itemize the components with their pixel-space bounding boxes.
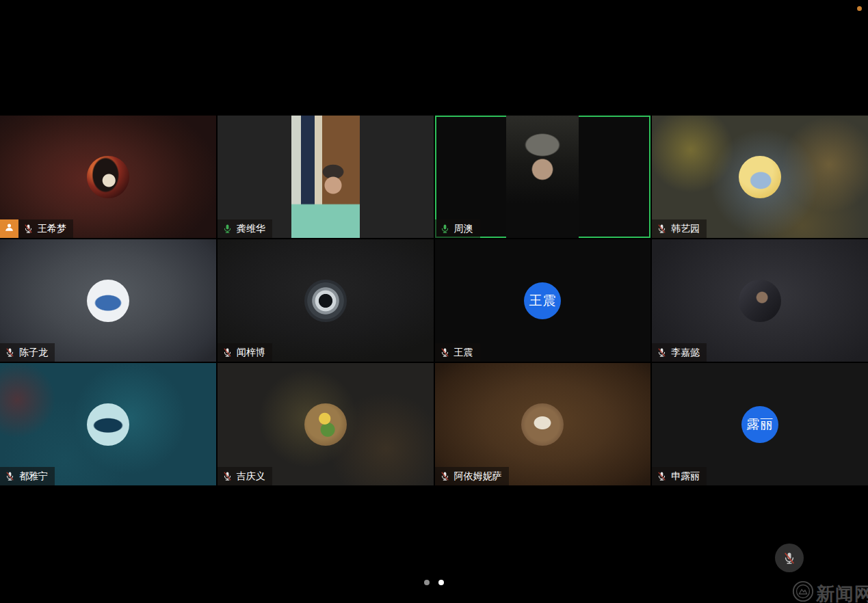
page-dot[interactable] bbox=[424, 580, 430, 585]
mic-muted-icon bbox=[440, 470, 450, 482]
meeting-window: 王希梦龚维华周澳韩艺园陈子龙闻梓博王震王震李嘉懿都雅宁吉庆义阿依姆妮萨露丽申露丽… bbox=[0, 0, 868, 603]
person-icon bbox=[3, 222, 15, 236]
participant-name-label: 王希梦 bbox=[18, 219, 73, 238]
participant-name-label: 陈子龙 bbox=[0, 343, 55, 362]
participant-avatar bbox=[521, 403, 564, 446]
recording-indicator-dot bbox=[857, 6, 862, 11]
mic-muted-icon bbox=[657, 470, 667, 482]
watermark: 新闻网 bbox=[791, 580, 868, 603]
page-indicator bbox=[0, 580, 868, 585]
participant-name-label: 闻梓博 bbox=[218, 343, 272, 362]
participant-name: 吉庆义 bbox=[237, 470, 265, 482]
participant-name-label: 周澳 bbox=[435, 219, 480, 238]
participant-name: 阿依姆妮萨 bbox=[454, 470, 502, 482]
mic-muted-icon bbox=[782, 550, 796, 566]
mic-muted-icon bbox=[657, 223, 667, 234]
participant-tile[interactable]: 都雅宁 bbox=[0, 363, 216, 485]
participant-name: 李嘉懿 bbox=[671, 347, 700, 358]
participant-tile[interactable]: 闻梓博 bbox=[218, 239, 434, 362]
participant-name-label: 韩艺园 bbox=[652, 219, 707, 238]
participant-name-label: 申露丽 bbox=[652, 467, 707, 485]
participant-name: 龚维华 bbox=[237, 223, 265, 234]
participant-tile[interactable]: 阿依姆妮萨 bbox=[435, 363, 651, 485]
participant-name-label: 吉庆义 bbox=[218, 467, 272, 485]
participant-video bbox=[291, 116, 360, 238]
mic-on-icon bbox=[440, 223, 450, 234]
participant-avatar bbox=[739, 156, 781, 198]
participant-name-label: 李嘉懿 bbox=[652, 343, 707, 362]
participant-name: 王希梦 bbox=[38, 223, 66, 234]
mic-muted-icon bbox=[5, 347, 15, 358]
participant-tile[interactable]: 王震王震 bbox=[435, 239, 651, 362]
participant-avatar bbox=[304, 403, 347, 446]
mic-muted-icon bbox=[222, 347, 233, 358]
watermark-text: 新闻网 bbox=[816, 582, 868, 603]
participant-name-label: 龚维华 bbox=[218, 219, 272, 238]
watermark-logo-icon bbox=[791, 580, 815, 603]
participant-name: 周澳 bbox=[454, 223, 473, 234]
participant-avatar bbox=[87, 280, 129, 322]
mic-muted-icon bbox=[440, 347, 450, 358]
participant-name: 申露丽 bbox=[671, 470, 700, 482]
mic-muted-icon bbox=[23, 223, 34, 234]
participant-name-label: 阿依姆妮萨 bbox=[435, 467, 509, 485]
participant-name: 都雅宁 bbox=[19, 470, 48, 482]
participant-avatar bbox=[87, 403, 129, 446]
host-badge bbox=[0, 219, 18, 238]
mic-muted-icon bbox=[222, 470, 233, 482]
participant-avatar bbox=[87, 156, 129, 198]
participant-tile[interactable]: 韩艺园 bbox=[652, 116, 868, 238]
mic-muted-icon bbox=[5, 470, 15, 482]
mic-toggle-button[interactable] bbox=[775, 544, 804, 572]
mic-muted-icon bbox=[657, 347, 667, 358]
participant-name-label: 王震 bbox=[435, 343, 480, 362]
participant-avatar-initials: 王震 bbox=[524, 282, 561, 319]
participant-tile[interactable]: 李嘉懿 bbox=[652, 239, 868, 362]
participant-avatar-initials: 露丽 bbox=[741, 406, 778, 443]
participant-grid: 王希梦龚维华周澳韩艺园陈子龙闻梓博王震王震李嘉懿都雅宁吉庆义阿依姆妮萨露丽申露丽 bbox=[0, 116, 868, 485]
participant-tile[interactable]: 周澳 bbox=[435, 116, 651, 238]
mic-on-icon bbox=[222, 223, 233, 234]
page-dot-active[interactable] bbox=[438, 580, 444, 585]
participant-tile[interactable]: 露丽申露丽 bbox=[652, 363, 868, 485]
participant-video bbox=[506, 116, 579, 238]
participant-name: 韩艺园 bbox=[671, 223, 700, 234]
participant-name: 陈子龙 bbox=[19, 347, 48, 358]
participant-name-label: 都雅宁 bbox=[0, 467, 55, 485]
participant-tile[interactable]: 王希梦 bbox=[0, 116, 216, 238]
participant-avatar bbox=[304, 280, 347, 322]
participant-avatar bbox=[739, 280, 781, 322]
participant-tile[interactable]: 陈子龙 bbox=[0, 239, 216, 362]
participant-name: 王震 bbox=[454, 347, 473, 358]
participant-tile[interactable]: 龚维华 bbox=[218, 116, 434, 238]
participant-name: 闻梓博 bbox=[237, 347, 265, 358]
participant-tile[interactable]: 吉庆义 bbox=[218, 363, 434, 485]
